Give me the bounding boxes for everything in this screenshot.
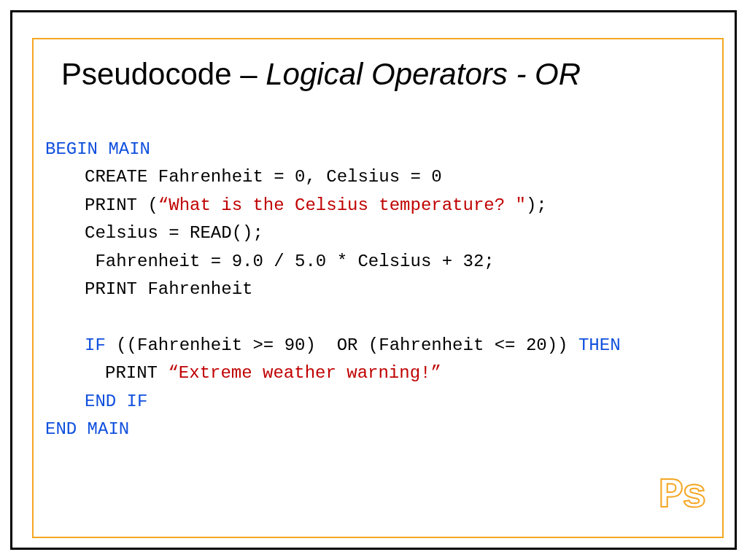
stmt-print-warning: PRINT “Extreme weather warning!”: [45, 359, 441, 387]
slide-title: Pseudocode – Logical Operators - OR: [61, 57, 581, 92]
stmt-print-result: PRINT Fahrenheit: [45, 276, 252, 303]
ps-logo: Ps: [658, 472, 705, 519]
stmt-print-prompt: PRINT (“What is the Celsius temperature?…: [45, 192, 547, 219]
stmt-if: IF ((Fahrenheit >= 90) OR (Fahrenheit <=…: [45, 332, 621, 359]
title-prefix: Pseudocode –: [61, 57, 266, 91]
pseudocode-block: BEGIN MAIN CREATE Fahrenheit = 0, Celsiu…: [45, 136, 621, 443]
stmt-create: CREATE Fahrenheit = 0, Celsius = 0: [45, 163, 442, 191]
kw-end-if: END IF: [45, 388, 147, 416]
kw-end-main: END MAIN: [45, 419, 129, 439]
title-topic: Logical Operators - OR: [266, 57, 581, 91]
stmt-read: Celsius = READ();: [45, 219, 263, 247]
stmt-calc: Fahrenheit = 9.0 / 5.0 * Celsius + 32;: [45, 248, 495, 276]
kw-begin-main: BEGIN MAIN: [45, 139, 150, 159]
